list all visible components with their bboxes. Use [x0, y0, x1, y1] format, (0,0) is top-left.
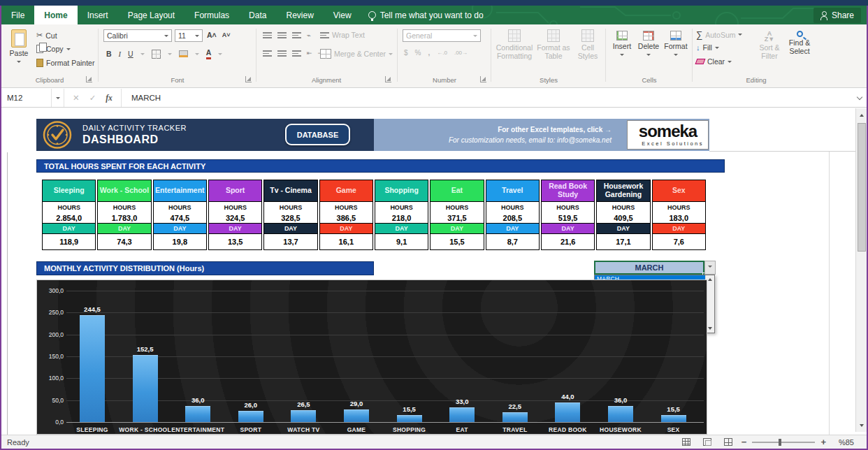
name-box[interactable]: M12	[1, 89, 52, 107]
tab-review[interactable]: Review	[276, 6, 323, 24]
clear-button[interactable]: Clear	[696, 57, 732, 66]
page-break-view-button[interactable]	[721, 437, 736, 448]
tab-data[interactable]: Data	[239, 6, 276, 24]
insert-cells-button[interactable]: Insert	[609, 31, 635, 58]
month-dropdown-button[interactable]	[704, 261, 716, 275]
format-painter-button[interactable]: Format Painter	[36, 59, 94, 67]
name-box-dropdown[interactable]	[52, 89, 64, 107]
chart-bar-sleeping[interactable]	[80, 315, 105, 422]
cancel-icon[interactable]: ✕	[73, 93, 80, 103]
underline-button[interactable]: U	[128, 50, 133, 58]
chart-bar-travel[interactable]	[502, 412, 528, 422]
orientation-icon[interactable]: ⌁	[307, 31, 311, 39]
activity-header: Eat	[431, 180, 483, 202]
tab-file[interactable]: File	[1, 6, 34, 24]
zoom-slider[interactable]	[752, 442, 815, 443]
y-axis-tick: 50,0	[37, 397, 64, 404]
font-name-select[interactable]: Calibri	[103, 29, 172, 42]
align-middle-icon[interactable]	[277, 31, 287, 40]
merge-center-button[interactable]: Merge & Center	[320, 49, 393, 59]
align-top-icon[interactable]	[263, 31, 272, 40]
zoom-slider-thumb[interactable]	[779, 439, 781, 446]
comma-style-icon[interactable]: ,	[428, 49, 430, 57]
font-color-icon[interactable]: A	[206, 49, 212, 59]
align-bottom-icon[interactable]	[292, 31, 301, 40]
formula-content[interactable]: MARCH	[122, 94, 161, 102]
find-select-button[interactable]: Find & Select	[784, 31, 815, 55]
conditional-formatting-button[interactable]: Conditional Formatting	[495, 29, 534, 60]
borders-icon[interactable]	[152, 50, 161, 59]
number-format-select[interactable]: General	[403, 29, 481, 42]
font-dialog-launcher[interactable]	[245, 76, 252, 82]
cut-button[interactable]: ✂ Cut	[36, 31, 57, 40]
scrollbar-down-button[interactable]	[858, 421, 866, 430]
percent-style-icon[interactable]: %	[415, 49, 421, 57]
share-button[interactable]: Share	[813, 8, 861, 23]
autosum-button[interactable]: ∑ AutoSum	[696, 29, 742, 40]
chart-bar-read-book-study[interactable]	[555, 402, 580, 422]
chart-bar-shopping[interactable]	[397, 415, 422, 422]
chart-bar-housework-gardening[interactable]	[608, 406, 633, 422]
wrap-text-button[interactable]: Wrap Text	[320, 31, 365, 40]
fill-color-arrow-icon	[195, 53, 199, 57]
chart-bar-sex[interactable]	[661, 415, 686, 422]
tab-home[interactable]: Home	[34, 6, 77, 24]
expand-formula-bar-button[interactable]	[854, 91, 865, 105]
vertical-scrollbar[interactable]	[855, 108, 867, 432]
fill-color-icon[interactable]	[179, 50, 188, 57]
tell-me-box[interactable]: Tell me what you want to do	[361, 6, 491, 24]
database-button[interactable]: DATABASE	[285, 124, 350, 145]
tab-formulas[interactable]: Formulas	[185, 6, 239, 24]
align-center-icon[interactable]	[277, 49, 287, 58]
someka-logo[interactable]: someka Excel Solutions	[627, 120, 709, 150]
accounting-format-icon[interactable]: $	[404, 49, 408, 57]
insert-function-button[interactable]: fx	[106, 94, 113, 102]
increase-decimal-icon[interactable]: ←.0	[437, 50, 447, 56]
month-select-cell[interactable]: MARCH	[594, 261, 704, 275]
shrink-font-icon[interactable]: A˅	[222, 31, 231, 38]
chart-bar-work-school[interactable]	[133, 355, 158, 422]
fill-button[interactable]: ↓ Fill	[696, 43, 719, 52]
alignment-dialog-launcher[interactable]	[385, 76, 391, 82]
decrease-decimal-icon[interactable]: .00→	[454, 50, 468, 56]
format-as-table-button[interactable]: Format as Table	[535, 29, 572, 60]
zoom-in-button[interactable]: +	[820, 437, 826, 447]
clipboard-dialog-launcher[interactable]	[86, 76, 92, 82]
cell-styles-button[interactable]: Cell Styles	[573, 29, 602, 60]
chart-bar-game[interactable]	[344, 409, 369, 422]
format-cells-button[interactable]: Format	[663, 31, 689, 58]
fill-label: Fill	[703, 43, 712, 52]
italic-button[interactable]: I	[119, 50, 122, 58]
tab-insert[interactable]: Insert	[78, 6, 118, 24]
sort-filter-button[interactable]: AZ▼ Sort & Filter	[756, 31, 783, 60]
chart-bar-entertainment[interactable]	[185, 406, 210, 422]
copy-button[interactable]: Copy	[36, 45, 71, 53]
font-size-select[interactable]: 11	[175, 29, 203, 42]
activity-bar-chart[interactable]: 0,050,0100,0150,0200,0250,0300,0244,5SLE…	[36, 280, 707, 435]
paste-button[interactable]: Paste	[6, 29, 32, 65]
zoom-out-button[interactable]: −	[742, 437, 747, 447]
tab-page-layout[interactable]: Page Layout	[118, 6, 185, 24]
align-left-icon[interactable]	[263, 49, 272, 58]
activity-header: Housework Gardening	[597, 180, 649, 202]
page-layout-view-button[interactable]	[700, 437, 715, 448]
align-right-icon[interactable]	[292, 49, 301, 58]
bold-button[interactable]: B	[106, 50, 112, 58]
number-dialog-launcher[interactable]	[480, 76, 486, 82]
zoom-percentage[interactable]: %85	[832, 438, 854, 447]
activity-header: Read Book Study	[542, 180, 594, 202]
hours-value: 386,5	[320, 212, 372, 224]
font-grow-shrink[interactable]: A˄ A˅	[207, 31, 230, 39]
scrollbar-up-button[interactable]	[858, 110, 866, 119]
enter-check-icon[interactable]: ✓	[89, 93, 96, 103]
grow-font-icon[interactable]: A˄	[207, 31, 217, 39]
decrease-indent-icon[interactable]: ⇤	[307, 50, 312, 57]
chart-bar-watch-tv[interactable]	[291, 410, 316, 422]
chart-bar-eat[interactable]	[449, 407, 475, 422]
scrollbar-thumb[interactable]	[858, 123, 866, 252]
normal-view-button[interactable]	[679, 437, 694, 448]
promo-line1[interactable]: For other Excel templates, click →	[498, 124, 612, 135]
chart-bar-sport[interactable]	[238, 411, 263, 422]
tab-view[interactable]: View	[324, 6, 361, 24]
delete-cells-button[interactable]: Delete	[636, 31, 661, 58]
